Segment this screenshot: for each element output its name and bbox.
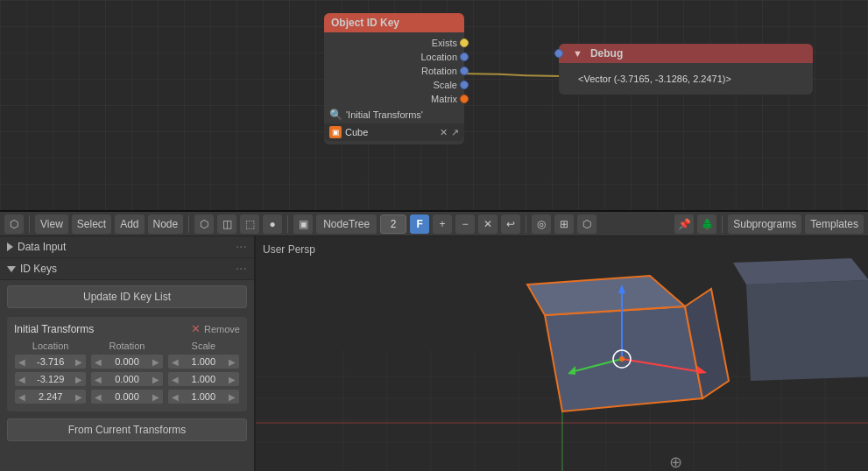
socket-rotation[interactable] xyxy=(460,67,469,75)
viewport-scene xyxy=(256,236,868,471)
socket-debug-input[interactable] xyxy=(554,49,563,58)
svg-marker-29 xyxy=(746,280,868,381)
separator-2 xyxy=(188,215,189,233)
tree-btn[interactable]: 🌲 xyxy=(697,214,716,234)
node-menu[interactable]: Node xyxy=(148,214,184,234)
node-object-row: ▣ Cube ✕ ↗ xyxy=(324,123,464,141)
overlay-btn[interactable]: ⊞ xyxy=(554,214,574,234)
node-type-button[interactable]: ⬡ xyxy=(4,214,24,234)
socket-rotation-row: Rotation xyxy=(324,64,464,78)
from-current-transforms-button[interactable]: From Current Transforms xyxy=(7,418,247,441)
socket-location[interactable] xyxy=(460,53,469,61)
node-debug-body: <Vector (-3.7165, -3.1286, 2.2471)> xyxy=(559,63,813,95)
add-menu[interactable]: Add xyxy=(115,214,144,234)
socket-matrix-row: Matrix xyxy=(324,92,464,106)
rotation-z-input[interactable]: ◀ 0.000 ▶ xyxy=(90,389,163,404)
collapse-icon xyxy=(7,243,13,251)
svg-point-28 xyxy=(619,356,625,362)
icon-btn-4[interactable]: ● xyxy=(263,214,282,234)
object-type-icon: ▣ xyxy=(329,126,342,138)
snap-cursor-icon: ⊕ xyxy=(669,453,682,471)
toolbar-right: 📌 🌲 Subprograms Templates xyxy=(674,214,864,234)
socket-rotation-label: Rotation xyxy=(421,66,457,76)
viewport-3d[interactable]: User Persp xyxy=(256,236,868,471)
loc-y-right-arrow[interactable]: ▶ xyxy=(75,375,82,384)
scale-label: Scale xyxy=(167,341,240,351)
scale-y-right-arrow[interactable]: ▶ xyxy=(229,375,236,384)
scale-y-value: 1.000 xyxy=(179,374,229,384)
rot-x-value: 0.000 xyxy=(102,356,152,367)
pin-btn[interactable]: 📌 xyxy=(674,214,694,234)
nodetree-number-input[interactable]: 2 xyxy=(380,214,406,234)
separator-4 xyxy=(526,215,526,233)
separator-3 xyxy=(287,215,288,233)
viz-btn[interactable]: ⬡ xyxy=(577,214,596,234)
remove-button[interactable]: ✕ Remove xyxy=(191,322,240,335)
loc-x-right-arrow[interactable]: ▶ xyxy=(75,357,82,367)
socket-exists-label: Exists xyxy=(432,38,457,48)
scale-z-input[interactable]: ◀ 1.000 ▶ xyxy=(167,389,240,404)
socket-location-row: Location xyxy=(324,50,464,64)
toolbar: ⬡ View Select Add Node ⬡ ◫ ⬚ ● ▣ NodeTre… xyxy=(0,212,868,236)
select-menu[interactable]: Select xyxy=(72,214,111,234)
separator-1 xyxy=(29,215,30,233)
loc-z-right-arrow[interactable]: ▶ xyxy=(75,392,82,402)
scale-x-value: 1.000 xyxy=(179,356,229,367)
icon-btn-1[interactable]: ⬡ xyxy=(194,214,214,234)
scale-z-right-arrow[interactable]: ▶ xyxy=(229,392,236,402)
scale-x-right-arrow[interactable]: ▶ xyxy=(229,357,236,367)
rot-z-left-arrow[interactable]: ◀ xyxy=(95,392,102,402)
remove-node-btn[interactable]: − xyxy=(455,214,475,234)
loc-x-left-arrow[interactable]: ◀ xyxy=(18,357,25,367)
subprograms-btn[interactable]: Subprograms xyxy=(728,214,801,234)
scale-x-left-arrow[interactable]: ◀ xyxy=(172,357,179,367)
debug-title-icon: ▼ xyxy=(573,48,582,59)
transform-row-3: ◀ 2.247 ▶ ◀ 0.000 ▶ ◀ 1.000 ▶ xyxy=(14,389,240,404)
reload-btn[interactable]: ↩ xyxy=(501,214,520,234)
rot-x-right-arrow[interactable]: ▶ xyxy=(152,357,159,367)
node-object-id-key[interactable]: Object ID Key Exists Location Rotation S… xyxy=(324,13,464,144)
add-node-btn[interactable]: + xyxy=(433,214,452,234)
scale-y-left-arrow[interactable]: ◀ xyxy=(172,375,179,384)
location-x-input[interactable]: ◀ -3.716 ▶ xyxy=(14,354,87,369)
scale-x-input[interactable]: ◀ 1.000 ▶ xyxy=(167,354,240,369)
rot-y-right-arrow[interactable]: ▶ xyxy=(152,375,159,384)
icon-btn-5[interactable]: ▣ xyxy=(293,214,313,234)
scale-z-left-arrow[interactable]: ◀ xyxy=(172,392,179,402)
transform-labels-row: Location Rotation Scale xyxy=(14,341,240,351)
node-editor: Object ID Key Exists Location Rotation S… xyxy=(0,0,868,212)
loc-z-left-arrow[interactable]: ◀ xyxy=(18,392,25,402)
data-input-section[interactable]: Data Input ··· xyxy=(0,236,254,258)
rot-y-left-arrow[interactable]: ◀ xyxy=(95,375,102,384)
socket-matrix[interactable] xyxy=(460,95,469,103)
f-button[interactable]: F xyxy=(410,214,429,234)
rotation-x-input[interactable]: ◀ 0.000 ▶ xyxy=(90,354,163,369)
location-z-input[interactable]: ◀ 2.247 ▶ xyxy=(14,389,87,404)
object-x-button[interactable]: ✕ xyxy=(440,127,448,138)
data-input-options[interactable]: ··· xyxy=(236,240,247,254)
location-y-input[interactable]: ◀ -3.129 ▶ xyxy=(14,371,87,387)
mute-btn[interactable]: ✕ xyxy=(478,214,498,234)
loc-y-left-arrow[interactable]: ◀ xyxy=(18,375,25,384)
node-object-id-key-header: Object ID Key xyxy=(324,13,464,32)
socket-scale-row: Scale xyxy=(324,78,464,92)
icon-btn-3[interactable]: ⬚ xyxy=(240,214,259,234)
snap-btn[interactable]: ◎ xyxy=(532,214,551,234)
rot-z-right-arrow[interactable]: ▶ xyxy=(152,392,159,402)
icon-btn-2[interactable]: ◫ xyxy=(217,214,236,234)
socket-exists[interactable] xyxy=(460,39,469,47)
rot-x-left-arrow[interactable]: ◀ xyxy=(95,357,102,367)
id-keys-section[interactable]: ID Keys ··· xyxy=(0,258,254,280)
node-object-id-key-body: Exists Location Rotation Scale Matrix 🔍 xyxy=(324,32,464,144)
nodetree-label: NodeTree xyxy=(316,214,377,234)
update-id-key-list-button[interactable]: Update ID Key List xyxy=(7,285,247,308)
socket-scale[interactable] xyxy=(460,81,469,89)
node-debug[interactable]: ▼ Debug <Vector (-3.7165, -3.1286, 2.247… xyxy=(559,44,813,95)
id-keys-options[interactable]: ··· xyxy=(236,262,247,276)
scale-y-input[interactable]: ◀ 1.000 ▶ xyxy=(167,371,240,387)
expand-icon xyxy=(7,266,16,272)
view-menu[interactable]: View xyxy=(35,214,68,234)
templates-btn[interactable]: Templates xyxy=(805,214,864,234)
rotation-y-input[interactable]: ◀ 0.000 ▶ xyxy=(90,371,163,387)
object-arrow-button[interactable]: ↗ xyxy=(451,127,459,138)
